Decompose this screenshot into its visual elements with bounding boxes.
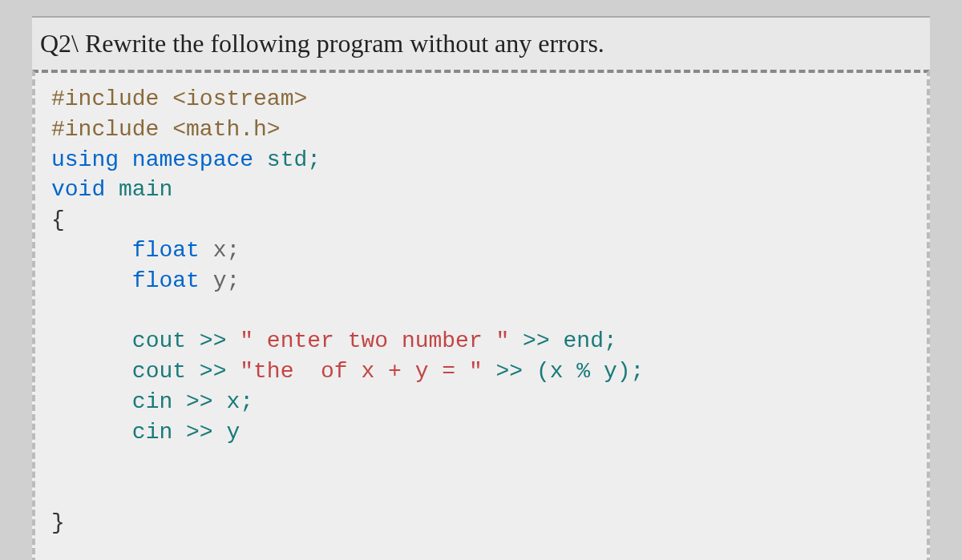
std-label: std; — [253, 147, 321, 172]
kw-namespace: namespace — [132, 147, 253, 172]
string-enter: " enter two number " — [240, 328, 509, 353]
page-container: Q2\ Rewrite the following program withou… — [32, 16, 930, 560]
end-1: >> end; — [509, 328, 616, 353]
var-x: x; — [200, 238, 240, 263]
preproc-include-1: #include — [51, 87, 172, 111]
lib-iostream: <iostream> — [172, 87, 307, 111]
cout-1: cout >> — [132, 328, 240, 353]
code-block: #include <iostream> #include <math.h> us… — [32, 70, 930, 560]
string-sum: "the of x + y = " — [240, 359, 482, 384]
lib-math: <math.h> — [172, 117, 280, 142]
cin-x: cin >> x; — [132, 389, 253, 414]
question-title: Q2\ Rewrite the following program withou… — [32, 18, 930, 70]
preproc-include-2: #include — [51, 117, 172, 142]
kw-float-y: float — [132, 268, 200, 293]
kw-using: using — [51, 147, 132, 172]
brace-close: } — [51, 510, 65, 535]
kw-void: void — [51, 177, 105, 202]
main-label: main — [105, 177, 172, 202]
end-2: >> (x % y); — [483, 359, 645, 384]
brace-open: { — [51, 207, 65, 232]
cout-2: cout >> — [132, 359, 240, 384]
var-y: y; — [200, 268, 240, 293]
kw-float-x: float — [132, 238, 200, 263]
cin-y: cin >> y — [132, 420, 240, 445]
